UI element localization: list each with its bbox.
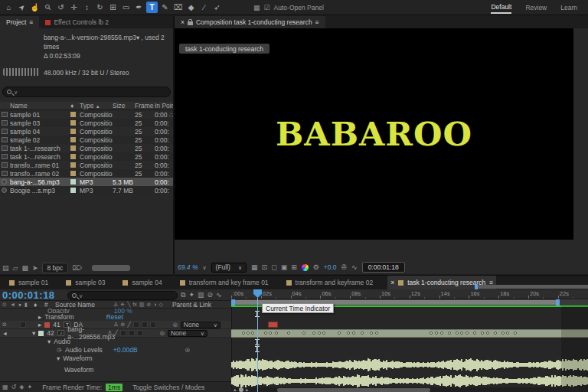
column-size[interactable]: Size <box>113 102 135 109</box>
switch-icon[interactable]: ♙ <box>113 322 118 328</box>
keyframe-dot[interactable] <box>242 332 245 335</box>
timeline-tab-sample-01[interactable]: sample 01 <box>6 276 51 290</box>
workspace-learn[interactable]: Learn <box>560 2 577 13</box>
parent-select[interactable]: None <box>181 322 220 328</box>
keyframe-dot[interactable] <box>430 332 433 335</box>
project-item-row[interactable]: sample 03Composition250:00: <box>0 119 173 127</box>
settings-gear-icon[interactable]: ⚙ <box>313 263 319 271</box>
brush-tool-icon[interactable]: ✎ <box>159 2 171 13</box>
clone-stamp-tool-icon[interactable]: ⌧ <box>172 2 184 13</box>
label-color-chip[interactable] <box>70 120 76 126</box>
switch-box[interactable] <box>150 322 156 328</box>
timeline-tab-sample-04[interactable]: sample 04 <box>119 276 165 290</box>
label-color-chip[interactable] <box>70 171 76 176</box>
video-eye-icon[interactable]: ⊙ <box>2 302 7 308</box>
label-column-icon[interactable]: ♦ <box>70 102 80 109</box>
tab-project[interactable]: Project <box>0 16 39 28</box>
audio-group-row[interactable]: Audio <box>0 338 231 345</box>
audio-speaker-icon[interactable]: ◄ <box>10 302 15 308</box>
label-color-chip[interactable] <box>70 145 76 151</box>
keyframe-dot[interactable] <box>456 332 459 335</box>
keyframe-dot[interactable] <box>347 332 350 335</box>
close-icon[interactable] <box>390 279 394 286</box>
snapshot-mini-icon[interactable]: ◈ <box>19 384 24 390</box>
project-item-row[interactable]: Boogie ...s.mp3MP37.7 MB0:00: <box>0 186 173 194</box>
project-item-row[interactable]: sample 01Composition250:00 ∴ <box>0 110 173 119</box>
waveform-group-row[interactable]: Waveform <box>0 354 231 362</box>
column-in-point[interactable]: In Point <box>155 102 173 109</box>
label-color-chip[interactable] <box>70 137 76 142</box>
project-item-row[interactable]: task 1-...researchComposition250:00: <box>0 144 173 152</box>
project-item-row[interactable]: smaple 02Composition250:00: <box>0 136 173 144</box>
expander-icon[interactable] <box>38 313 41 321</box>
comp-mini-flowchart-icon[interactable]: ⧉ <box>181 291 185 299</box>
flowchart-mini-icon[interactable]: ✦ <box>27 384 32 390</box>
keyframe-dot[interactable] <box>247 332 250 335</box>
label-color-chip[interactable] <box>70 154 76 159</box>
audio-levels-value[interactable]: +0.00dB <box>113 346 138 354</box>
transform-group-row[interactable]: Transform Reset <box>0 313 231 321</box>
tab-effect-controls[interactable]: Effect Controls lb 2 <box>39 16 115 28</box>
proxy-icon[interactable]: ➤ <box>32 264 38 272</box>
pan-behind-tool-icon[interactable]: ⊞ <box>107 2 119 13</box>
draft-3d-icon[interactable]: ✦ <box>188 291 194 299</box>
keyframe-dot[interactable] <box>251 332 254 335</box>
layer-color-chip[interactable] <box>38 331 44 336</box>
keyframe-dot[interactable] <box>466 332 469 335</box>
project-item-row[interactable]: transfo...rame 02Composition250:00: <box>0 169 173 178</box>
motion-blur-icon[interactable]: ⊘ <box>146 302 151 308</box>
expander-icon[interactable] <box>57 354 60 362</box>
solo-switch[interactable] <box>20 322 26 328</box>
orbit-camera-tool-icon[interactable]: ↺ <box>55 2 67 13</box>
stopwatch-icon[interactable] <box>57 347 61 353</box>
keyframe-dot[interactable] <box>275 332 278 335</box>
exposure-value[interactable]: +0.0 <box>324 263 337 271</box>
audio-levels-row[interactable]: Audio Levels +0.00dB <box>0 345 231 354</box>
magnification-value[interactable]: 69.4 % <box>178 263 198 271</box>
keyframe-dot[interactable] <box>322 332 325 335</box>
region-of-interest-icon[interactable]: ◻ <box>271 263 276 271</box>
zoom-slider-knob[interactable] <box>239 387 243 392</box>
graph-editor-icon[interactable]: ∿ <box>216 291 222 299</box>
keyframe-dot[interactable] <box>460 332 463 335</box>
column-frame-rate[interactable]: Frame Ra.. <box>135 102 155 109</box>
home-tool-icon[interactable]: ⌂ <box>3 2 15 13</box>
timeline-navigator-cap[interactable] <box>475 284 478 289</box>
keyframe-dot[interactable] <box>352 332 355 335</box>
timeline-search-input[interactable] <box>67 291 178 300</box>
shape-tool-icon[interactable]: ▭ <box>120 2 132 13</box>
parent-select[interactable]: None <box>168 330 207 337</box>
solo-icon[interactable]: ● <box>18 302 21 308</box>
adjustment-layer-icon[interactable]: ◑ <box>153 302 156 308</box>
snapshot-camera-icon[interactable]: ✇ <box>341 263 348 271</box>
keyframe-dot[interactable] <box>287 332 290 335</box>
keyframe-dot[interactable] <box>481 332 484 335</box>
project-item-row[interactable]: sample 04Composition250:00: <box>0 127 173 136</box>
keyframe-dot[interactable] <box>440 332 443 335</box>
panel-check-icon[interactable]: ☑ <box>264 4 270 11</box>
panel-menu-icon[interactable] <box>29 18 33 26</box>
keyframe-dot[interactable] <box>264 332 267 335</box>
keyframe-dot[interactable] <box>435 332 438 335</box>
zoom-tool-icon[interactable]: ⚲ <box>40 0 56 15</box>
close-icon[interactable] <box>181 18 185 26</box>
pick-whip-icon[interactable] <box>173 322 178 328</box>
timeline-navigator-bar[interactable] <box>476 285 588 289</box>
label-color-chip[interactable] <box>70 188 76 193</box>
switch-box[interactable] <box>142 322 148 328</box>
column-parent-link[interactable]: Parent & Link <box>172 301 211 309</box>
switch-icon[interactable]: ⊘ <box>121 322 126 328</box>
pick-whip-icon[interactable] <box>160 330 165 336</box>
keyframe-dot[interactable] <box>318 332 321 335</box>
column-type[interactable]: Type <box>80 102 113 109</box>
fx-icon[interactable]: fx <box>132 302 136 308</box>
resolution-select[interactable]: (Full) <box>211 263 247 273</box>
mask-visibility-icon[interactable]: ⊡ <box>262 263 268 271</box>
transparency-grid-icon[interactable]: ▣ <box>281 263 288 271</box>
pick-whip-icon[interactable] <box>185 347 190 353</box>
switch-box[interactable] <box>129 330 135 336</box>
roto-brush-tool-icon[interactable]: ∕ <box>198 2 210 13</box>
text-layer-duration-bar[interactable] <box>268 322 278 328</box>
label-color-chip[interactable] <box>70 179 76 185</box>
switch-icon[interactable]: ╱ <box>115 330 118 336</box>
